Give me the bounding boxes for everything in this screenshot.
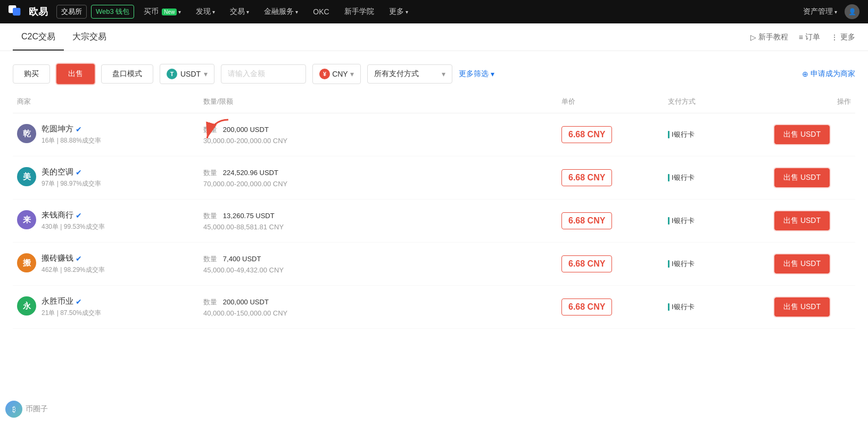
action-cell-0: 出售 USDT xyxy=(770,125,855,144)
verified-icon-4: ✔ xyxy=(76,297,82,306)
logo-text: 欧易 xyxy=(29,5,48,18)
payment-cell-0: I银行卡 xyxy=(664,130,770,140)
merchant-avatar-1: 美 xyxy=(17,167,36,186)
col-payment: 支付方式 xyxy=(664,97,770,106)
range-1: 70,000.00-200,000.00 CNY xyxy=(203,180,553,188)
filter-bar: 购买 出售 盘口模式 T USDT ▾ 请输入金额 ¥ CNY ▾ 所有支付方式… xyxy=(13,64,855,84)
table-row: 搬 搬砖赚钱 ✔ 462单 | 98.29%成交率 数量 7,400 USDT … xyxy=(13,243,855,286)
merchant-cell-1: 美 美的空调 ✔ 97单 | 98.97%成交率 xyxy=(13,167,199,188)
price-value-3: 6.68 CNY xyxy=(568,259,605,268)
shield-icon: ⊕ xyxy=(802,70,808,78)
become-merchant-button[interactable]: ⊕ 申请成为商家 xyxy=(802,69,855,79)
logo[interactable]: 欧易 xyxy=(9,5,48,18)
payment-select[interactable]: 所有支付方式 ▾ xyxy=(367,64,452,84)
verified-icon-2: ✔ xyxy=(76,211,82,220)
col-merchant: 商家 xyxy=(13,97,199,106)
merchant-stats-0: 16单 | 88.88%成交率 xyxy=(42,136,101,145)
sell-action-button-4[interactable]: 出售 USDT xyxy=(774,297,830,317)
table-row: 美 美的空调 ✔ 97单 | 98.97%成交率 数量 224,520.96 U… xyxy=(13,156,855,200)
more-filter-button[interactable]: 更多筛选 ▾ xyxy=(459,69,494,79)
merchant-avatar-4: 永 xyxy=(17,296,36,316)
merchant-info-4: 永胜币业 ✔ 21单 | 87.50%成交率 xyxy=(42,296,101,318)
nav-okc[interactable]: OKC xyxy=(308,7,334,16)
sell-button[interactable]: 出售 xyxy=(56,64,95,84)
action-cell-3: 出售 USDT xyxy=(770,254,855,273)
nav-beginner[interactable]: 新手学院 xyxy=(339,7,379,16)
more-filter-arrow: ▾ xyxy=(491,70,494,78)
payment-bar-icon-2 xyxy=(668,217,669,225)
price-cell-1: 6.68 CNY xyxy=(557,169,664,186)
qty-label-4: 数量 200,000 USDT xyxy=(203,297,553,307)
merchant-name-1[interactable]: 美的空调 ✔ xyxy=(42,167,101,177)
price-box-4: 6.68 CNY xyxy=(561,298,612,316)
tutorial-link[interactable]: ▷ 新手教程 xyxy=(750,32,788,42)
merchant-name-2[interactable]: 来钱商行 ✔ xyxy=(42,210,105,220)
payment-tag-1: I银行卡 xyxy=(668,173,695,183)
price-value-1: 6.68 CNY xyxy=(568,173,605,182)
price-cell-2: 6.68 CNY xyxy=(557,212,664,229)
merchant-name-0[interactable]: 乾圆坤方 ✔ xyxy=(42,124,101,134)
avatar[interactable]: 👤 xyxy=(845,4,859,19)
table-body: 乾 乾圆坤方 ✔ 16单 | 88.88%成交率 数量 200,000 USDT… xyxy=(13,113,855,329)
buy-button[interactable]: 购买 xyxy=(13,64,50,84)
nav-trade[interactable]: 交易 ▾ xyxy=(225,7,254,16)
qty-label-2: 数量 13,260.75 USDT xyxy=(203,211,553,221)
amount-cell-2: 数量 13,260.75 USDT 45,000.00-88,581.81 CN… xyxy=(199,211,557,231)
nav-finance[interactable]: 金融服务 ▾ xyxy=(259,7,303,16)
price-cell-0: 6.68 CNY xyxy=(557,126,664,143)
nav-trade-arrow: ▾ xyxy=(246,9,249,15)
coin-arrow: ▾ xyxy=(204,70,208,78)
nav-exchange[interactable]: 交易所 xyxy=(56,5,87,19)
merchant-stats-4: 21单 | 87.50%成交率 xyxy=(42,309,101,318)
sell-action-button-3[interactable]: 出售 USDT xyxy=(774,254,830,273)
nav-more[interactable]: 更多 ▾ xyxy=(384,7,414,16)
price-cell-3: 6.68 CNY xyxy=(557,255,664,272)
nav-buy-arrow: ▾ xyxy=(178,9,181,15)
amount-cell-4: 数量 200,000 USDT 40,000.00-150,000.00 CNY xyxy=(199,297,557,317)
main-content: 购买 出售 盘口模式 T USDT ▾ 请输入金额 ¥ CNY ▾ 所有支付方式… xyxy=(0,51,868,329)
nav-more-arrow: ▾ xyxy=(406,9,408,15)
col-amount: 数量/限额 xyxy=(199,97,557,106)
merchant-avatar-0: 乾 xyxy=(17,124,36,143)
amount-cell-3: 数量 7,400 USDT 45,000.00-49,432.00 CNY xyxy=(199,254,557,274)
payment-tag-2: I银行卡 xyxy=(668,216,695,226)
merchant-avatar-2: 来 xyxy=(17,210,36,229)
sell-action-button-1[interactable]: 出售 USDT xyxy=(774,168,830,187)
merchant-stats-2: 430单 | 99.53%成交率 xyxy=(42,222,105,231)
tab-c2c[interactable]: C2C交易 xyxy=(13,23,64,51)
amount-cell-1: 数量 224,520.96 USDT 70,000.00-200,000.00 … xyxy=(199,168,557,188)
col-action: 操作 xyxy=(770,97,855,106)
merchant-cell-0: 乾 乾圆坤方 ✔ 16单 | 88.88%成交率 xyxy=(13,124,199,145)
otc-button[interactable]: 盘口模式 xyxy=(101,64,153,84)
table-header: 商家 数量/限额 单价 支付方式 操作 xyxy=(13,97,855,113)
merchant-cell-2: 来 来钱商行 ✔ 430单 | 99.53%成交率 xyxy=(13,210,199,231)
ellipsis-icon: ⋮ xyxy=(831,33,838,42)
amount-input[interactable]: 请输入金额 xyxy=(221,64,306,84)
nav-discover-arrow: ▾ xyxy=(212,9,215,15)
currency-select[interactable]: ¥ CNY ▾ xyxy=(312,64,361,84)
more-link[interactable]: ⋮ 更多 xyxy=(831,32,855,42)
currency-arrow: ▾ xyxy=(350,70,354,78)
coin-select[interactable]: T USDT ▾ xyxy=(160,64,214,84)
price-box-3: 6.68 CNY xyxy=(561,255,612,272)
tab-bulk[interactable]: 大宗交易 xyxy=(64,23,115,51)
nav-buy[interactable]: 买币 New ▾ xyxy=(138,7,186,16)
sub-nav: C2C交易 大宗交易 ▷ 新手教程 ≡ 订单 ⋮ 更多 xyxy=(0,23,868,51)
payment-tag-0: I银行卡 xyxy=(668,130,695,139)
annotation-arrow xyxy=(202,117,234,145)
merchant-name-3[interactable]: 搬砖赚钱 ✔ xyxy=(42,253,105,263)
merchant-stats-1: 97单 | 98.97%成交率 xyxy=(42,179,101,188)
orders-link[interactable]: ≡ 订单 xyxy=(799,32,820,42)
sell-action-button-2[interactable]: 出售 USDT xyxy=(774,211,830,230)
sell-action-button-0[interactable]: 出售 USDT xyxy=(774,125,830,144)
nav-assets[interactable]: 资产管理 ▾ xyxy=(798,7,842,16)
nav-discover[interactable]: 发现 ▾ xyxy=(191,7,220,16)
price-value-0: 6.68 CNY xyxy=(568,130,605,139)
action-cell-4: 出售 USDT xyxy=(770,297,855,317)
merchant-name-4[interactable]: 永胜币业 ✔ xyxy=(42,296,101,306)
range-3: 45,000.00-49,432.00 CNY xyxy=(203,266,553,274)
svg-rect-1 xyxy=(13,8,20,15)
payment-arrow: ▾ xyxy=(442,70,445,78)
new-badge: New xyxy=(162,9,177,15)
nav-web3[interactable]: Web3 钱包 xyxy=(91,5,134,19)
